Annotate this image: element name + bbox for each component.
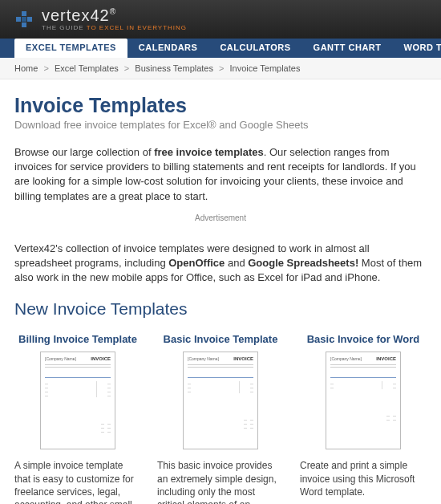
card-title-link[interactable]: Basic Invoice Template — [157, 333, 284, 345]
card-description: A simple invoice template that is easy t… — [14, 459, 141, 504]
logo-icon — [14, 8, 37, 30]
template-thumbnail[interactable]: [Company Name]INVOICE —— —— —— —— — [326, 352, 401, 449]
nav-excel-templates[interactable]: EXCEL TEMPLATES — [14, 39, 127, 58]
template-card: Basic Invoice for Word [Company Name]INV… — [300, 333, 427, 504]
template-grid: Billing Invoice Template [Company Name]I… — [14, 333, 427, 504]
nav-word-templates[interactable]: WORD TEMPLATES — [393, 39, 441, 58]
nav-calendars[interactable]: CALENDARS — [127, 39, 209, 58]
intro-paragraph-2: Vertex42's collection of invoice templat… — [14, 242, 427, 286]
tagline: THE GUIDE TO EXCEL IN EVERYTHING — [42, 25, 187, 31]
svg-rect-1 — [22, 11, 26, 16]
main-content: Invoice Templates Download free invoice … — [0, 79, 441, 504]
intro-paragraph-1: Browse our large collection of free invo… — [14, 145, 427, 204]
card-title-link[interactable]: Billing Invoice Template — [14, 333, 141, 345]
crumb-excel-templates[interactable]: Excel Templates — [55, 63, 119, 73]
main-nav: EXCEL TEMPLATES CALENDARS CALCULATORS GA… — [0, 39, 441, 58]
card-description: Create and print a simple invoice using … — [300, 459, 427, 498]
page-subtitle: Download free invoice templates for Exce… — [14, 119, 427, 131]
template-thumbnail[interactable]: [Company Name]INVOICE —— —— —— —— —— —— … — [40, 352, 115, 449]
nav-calculators[interactable]: CALCULATORS — [208, 39, 301, 58]
crumb-home[interactable]: Home — [14, 63, 38, 73]
svg-rect-3 — [22, 22, 26, 27]
site-header: vertex42® THE GUIDE TO EXCEL IN EVERYTHI… — [0, 0, 441, 39]
section-title: New Invoice Templates — [14, 299, 427, 319]
nav-gantt-chart[interactable]: GANTT CHART — [302, 39, 393, 58]
crumb-business-templates[interactable]: Business Templates — [135, 63, 213, 73]
card-description: This basic invoice provides an extremely… — [157, 459, 284, 504]
crumb-sep: > — [124, 63, 129, 73]
crumb-sep: > — [219, 63, 224, 73]
template-card: Billing Invoice Template [Company Name]I… — [14, 333, 141, 504]
crumb-current: Invoice Templates — [230, 63, 301, 73]
card-title-link[interactable]: Basic Invoice for Word — [300, 333, 427, 345]
page-title: Invoice Templates — [14, 94, 427, 117]
advertisement-label: Advertisement — [14, 213, 427, 222]
template-thumbnail[interactable]: [Company Name]INVOICE —— —— —— —— —— —— — [183, 352, 258, 449]
brand-name: vertex42® — [42, 7, 187, 23]
breadcrumb: Home > Excel Templates > Business Templa… — [0, 58, 441, 79]
svg-rect-4 — [27, 17, 32, 22]
logo[interactable]: vertex42® THE GUIDE TO EXCEL IN EVERYTHI… — [14, 7, 187, 31]
svg-rect-2 — [22, 17, 26, 22]
svg-rect-0 — [16, 17, 21, 22]
template-card: Basic Invoice Template [Company Name]INV… — [157, 333, 284, 504]
crumb-sep: > — [43, 63, 48, 73]
